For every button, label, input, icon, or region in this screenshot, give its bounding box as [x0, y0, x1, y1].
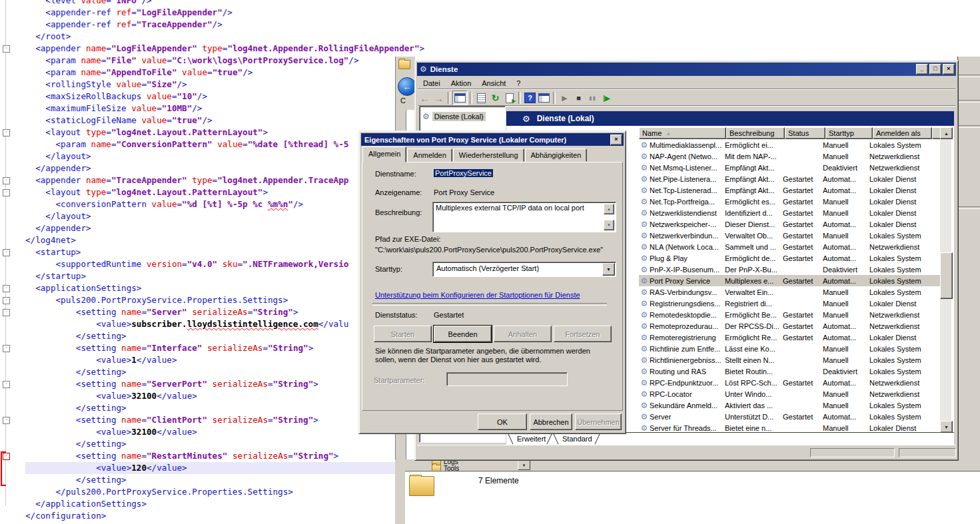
menu-hilfe[interactable]: ?	[511, 78, 526, 89]
service-row[interactable]: ⚙Net.Msmq-Listener...Empfängt Akt...Deak…	[639, 162, 940, 173]
service-row[interactable]: ⚙Routing und RASBietet Routin...Deaktivi…	[639, 366, 940, 377]
tab-abhaengigkeiten[interactable]: Abhängigkeiten	[525, 148, 588, 162]
service-row[interactable]: ⚙Netzwerkspeicher-...Dieser Dienst...Ges…	[639, 218, 940, 230]
service-row[interactable]: ⚙Multimediaklassenpl...Ermöglicht ei...M…	[639, 139, 940, 150]
fold-marker[interactable]: -	[3, 189, 10, 196]
code-line[interactable]: </layout>	[25, 210, 414, 222]
column-header-Beschreibung[interactable]: Beschreibung	[726, 127, 785, 139]
service-row[interactable]: ⚙Richtlinie zum Entfe...Lässt eine Ko...…	[639, 343, 940, 354]
code-line[interactable]: </startup>	[25, 270, 414, 282]
close-button[interactable]: ×	[943, 64, 955, 75]
fold-marker[interactable]: -	[3, 381, 10, 388]
service-row[interactable]: ⚙RAS-Verbindungsv...Verwaltet Ein...Manu…	[639, 286, 940, 298]
code-line[interactable]: </applicationSettings>	[25, 498, 414, 510]
vertical-scrollbar[interactable]: ▲ ▼	[940, 127, 951, 432]
code-line[interactable]: <level value="INFO"/>	[25, 0, 414, 7]
code-line[interactable]: <startup>	[25, 246, 414, 258]
service-row[interactable]: ⚙Plug & PlayErmöglicht de...GestartetAut…	[639, 252, 940, 264]
code-line[interactable]: <layout type="log4net.Layout.PatternLayo…	[25, 186, 414, 198]
service-row[interactable]: ⚙Sekundäre Anmeld...Aktiviert das ...Man…	[639, 399, 940, 411]
code-line[interactable]: <setting name="Server" serializeAs="Stri…	[25, 306, 414, 318]
code-area[interactable]: <level value="INFO"/> <appender-ref ref=…	[25, 0, 414, 522]
service-row[interactable]: ⚙RPC-LocatorUnter Windo...ManuellNetzwer…	[639, 388, 940, 399]
code-line[interactable]: </root>	[25, 31, 414, 43]
fold-marker[interactable]: -	[3, 297, 10, 304]
code-line[interactable]: <value>subscriber.lloydslistintelligence…	[25, 318, 414, 330]
code-line[interactable]: </appender>	[25, 162, 414, 174]
dialog-title-bar[interactable]: Eigenschaften von Port Proxy Service (Lo…	[361, 133, 624, 146]
code-line[interactable]: <setting name="Interface" serializeAs="S…	[25, 342, 414, 354]
starttyp-combobox[interactable]: Automatisch (Verzögerter Start) ▼	[432, 262, 616, 277]
service-row[interactable]: ⚙Net.Tcp-Portfreiga...Ermöglicht es...Ge…	[639, 196, 940, 207]
menu-datei[interactable]: Datei	[418, 78, 446, 89]
code-line[interactable]: <maximumFileSize value="10MB"/>	[25, 103, 414, 115]
code-line[interactable]: <applicationSettings>	[25, 282, 414, 294]
service-row[interactable]: ⚙Remoteprozedurau...Der RPCSS-Di...Gesta…	[639, 320, 940, 332]
properties-icon[interactable]	[474, 91, 488, 105]
code-line[interactable]: <appender-ref ref="LogFileAppender"/>	[25, 7, 414, 19]
fold-marker[interactable]: -	[3, 285, 10, 292]
code-line[interactable]: <layout type="log4net.Layout.PatternLayo…	[25, 127, 414, 138]
code-line[interactable]: <setting name="RestartMinutes" serialize…	[25, 450, 414, 462]
code-line[interactable]: <param name="File" value="C:\work\logs\P…	[25, 55, 414, 67]
service-row[interactable]: ⚙Port Proxy ServiceMultiplexes e...Gesta…	[639, 275, 940, 286]
tab-allgemein[interactable]: Allgemein	[362, 146, 406, 162]
code-line[interactable]: <supportedRuntime version="v4.0" sku=".N…	[25, 258, 414, 270]
scroll-up-button[interactable]: ▲	[940, 127, 953, 139]
service-row[interactable]: ⚙NetzwerklistendienstIdentifiziert d...G…	[639, 207, 940, 218]
tab-anmelden[interactable]: Anmelden	[407, 148, 452, 162]
service-row[interactable]: ⚙Remotedesktopdie...Ermöglicht Be...Gest…	[639, 309, 940, 320]
code-line[interactable]: <rollingStyle value="Size"/>	[25, 79, 414, 91]
column-header-Anmelden als[interactable]: Anmelden als	[873, 127, 932, 139]
code-line[interactable]: </setting>	[25, 474, 414, 486]
code-line[interactable]: </log4net>	[25, 234, 414, 246]
fold-marker[interactable]: -	[3, 345, 10, 352]
beenden-button[interactable]: Beenden	[434, 326, 492, 342]
code-line[interactable]: <appender-ref ref="TraceAppender"/>	[25, 19, 414, 31]
code-line[interactable]: <value>1</value>	[25, 354, 414, 366]
code-line[interactable]: <param name="ConversionPattern" value="%…	[25, 138, 414, 150]
chevron-down-icon[interactable]: ▼	[602, 263, 615, 276]
code-line[interactable]: <setting name="ServerPort" serializeAs="…	[25, 378, 414, 390]
code-line[interactable]: <conversionPattern value="%d [%t] %-5p %…	[25, 198, 414, 210]
service-row[interactable]: ⚙NLA (Network Loca...Sammelt und ...Gest…	[639, 241, 940, 252]
stop-service-icon[interactable]: ■	[572, 91, 586, 105]
explorer-dropdown-button[interactable]: ▼	[518, 460, 530, 470]
fold-marker[interactable]: -	[3, 249, 10, 256]
code-line[interactable]: <value>32100</value>	[25, 390, 414, 402]
back-icon[interactable]: ←	[418, 91, 432, 105]
service-row[interactable]: ⚙NAP-Agent (Netwo...Mit dem NAP-...Manue…	[639, 150, 940, 162]
start-service-icon[interactable]: ▶	[558, 91, 572, 105]
export-list-icon[interactable]	[502, 91, 516, 105]
startparameter-input[interactable]	[446, 372, 568, 386]
code-line[interactable]: </layout>	[25, 150, 414, 162]
uebernehmen-button[interactable]: Übernehmen	[575, 413, 622, 430]
code-line[interactable]: </setting>	[25, 366, 414, 378]
refresh-icon[interactable]: ↻	[488, 91, 502, 105]
scroll-down-button[interactable]: ▼	[604, 220, 614, 230]
help-icon[interactable]: ?	[523, 91, 537, 105]
service-row[interactable]: ⚙RemoteregistrierungErmöglicht Re...Gest…	[639, 332, 940, 343]
code-line[interactable]: <param name="AppendToFile" value="true"/…	[25, 67, 414, 79]
code-line[interactable]: <appender name="TraceAppender" type="log…	[25, 174, 414, 186]
service-row[interactable]: ⚙Net.Tcp-Listenerad...Empfängt Akt...Ges…	[639, 184, 940, 196]
bottom-tab-standard[interactable]: Standard	[562, 435, 592, 443]
fold-marker[interactable]: -	[3, 45, 10, 53]
minimize-button[interactable]: _	[916, 64, 928, 75]
starten-button[interactable]: Starten	[374, 326, 432, 342]
code-line[interactable]: <appender name="LogFileAppender" type="l…	[25, 43, 414, 55]
explorer-folder-tools[interactable]: Tools	[432, 465, 459, 471]
forward-icon[interactable]: →	[432, 91, 446, 105]
code-line[interactable]: <staticLogFileName value="true"/>	[25, 115, 414, 127]
scroll-thumb[interactable]	[940, 252, 953, 299]
column-header-Name[interactable]: Name▲	[639, 127, 726, 139]
bottom-tab-erweitert[interactable]: Erweitert	[517, 435, 546, 443]
service-row[interactable]: ⚙Registrierungsdiens...Registriert di...…	[639, 298, 940, 309]
fold-marker[interactable]: -	[3, 309, 10, 316]
window-title-bar[interactable]: ⚙ Dienste _□×	[417, 63, 956, 76]
window-list-icon[interactable]	[537, 91, 551, 105]
tab-wiederherstellung[interactable]: Wiederherstellung	[453, 148, 524, 162]
code-line[interactable]: <setting name="ClientPort" serializeAs="…	[25, 414, 414, 426]
ok-button[interactable]: OK	[478, 413, 527, 430]
column-header-Status[interactable]: Status	[785, 127, 825, 139]
